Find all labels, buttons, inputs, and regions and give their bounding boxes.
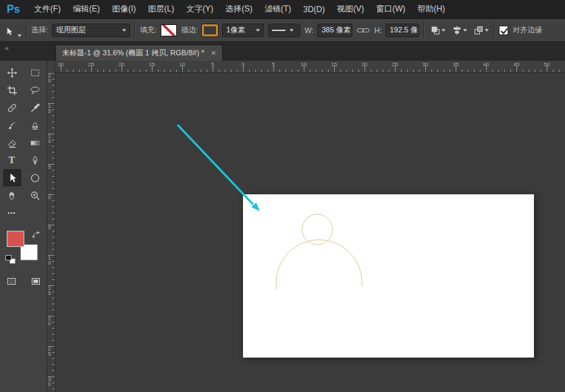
edit-toolbar-button[interactable]: ••• xyxy=(3,204,21,221)
eraser-tool[interactable] xyxy=(3,134,21,151)
ruler-label: 40 xyxy=(483,61,489,67)
ruler-corner[interactable] xyxy=(47,61,55,73)
menu-bar: Ps 文件(F) 编辑(E) 图像(I) 图层(L) 文字(Y) 选择(S) 滤… xyxy=(0,0,565,19)
line-style-icon xyxy=(272,30,286,31)
ruler-label: 50 xyxy=(544,61,550,67)
ruler-label: 0 xyxy=(48,195,53,200)
menu-item-view[interactable]: 视图(V) xyxy=(331,0,370,18)
menu-item-edit[interactable]: 编辑(E) xyxy=(67,0,106,18)
menu-item-3d[interactable]: 3D(D) xyxy=(297,0,331,18)
menu-item-image[interactable]: 图像(I) xyxy=(106,0,142,18)
collapse-toolbar-chevrons-icon[interactable]: « xyxy=(5,44,8,52)
stroke-color-swatch[interactable] xyxy=(202,24,218,36)
document-tab[interactable]: 未标题-1 @ 31.6% (椭圆 1 拷贝, RGB/8#) * × xyxy=(55,45,223,61)
ruler-label: 20 xyxy=(119,61,125,67)
clone-stamp-tool[interactable] xyxy=(26,117,44,134)
chevron-down-icon xyxy=(290,29,294,32)
ruler-label: 15 xyxy=(149,61,155,67)
height-label: H: xyxy=(374,26,381,34)
path-arrange-icon xyxy=(473,25,484,36)
ruler-label: 30 xyxy=(58,61,64,67)
stroke-width-value: 1像素 xyxy=(226,25,252,35)
eraser-tool-icon xyxy=(7,138,18,148)
screen-mode-button[interactable] xyxy=(27,273,45,289)
divider xyxy=(493,22,495,38)
options-bar: 选择: 现用图层 填充: 描边: 1像素 W: 385 像素 H: 192.5 … xyxy=(0,19,565,42)
path-arrange-button[interactable] xyxy=(472,22,489,38)
move-tool[interactable] xyxy=(3,64,21,81)
vertical-ruler[interactable]: 20 15 10 5 0 5 10 15 20 25 30 xyxy=(47,73,55,392)
crop-tool-icon xyxy=(7,85,18,96)
swap-colors-icon[interactable] xyxy=(32,229,41,242)
document-tab-title: 未标题-1 @ 31.6% (椭圆 1 拷贝, RGB/8#) * xyxy=(62,48,204,58)
pen-tool[interactable] xyxy=(26,152,44,169)
quick-mask-mode-button[interactable] xyxy=(3,273,20,289)
close-tab-icon[interactable]: × xyxy=(211,49,216,57)
menu-item-file[interactable]: 文件(F) xyxy=(28,0,67,18)
menu-item-type[interactable]: 文字(Y) xyxy=(180,0,219,18)
gradient-tool[interactable] xyxy=(26,134,44,151)
fill-color-swatch[interactable] xyxy=(161,24,177,36)
tools-grid: T xyxy=(0,61,47,221)
ellipse-tool-icon xyxy=(30,173,41,184)
lasso-tool-icon xyxy=(30,85,41,96)
rectangular-marquee-tool[interactable] xyxy=(26,64,44,81)
divider xyxy=(423,22,425,38)
horizontal-ruler[interactable]: 30 25 20 15 10 5 0 5 10 15 20 25 30 35 4… xyxy=(55,61,565,73)
ruler-label: 25 xyxy=(392,61,398,67)
quick-mask-icon xyxy=(6,276,17,287)
tab-bar: « 未标题-1 @ 31.6% (椭圆 1 拷贝, RGB/8#) * × xyxy=(0,42,565,61)
document-canvas[interactable] xyxy=(243,194,534,358)
chevron-down-icon xyxy=(256,29,260,32)
tools-panel: T xyxy=(0,61,47,392)
default-colors-icon[interactable] xyxy=(5,255,16,264)
shape-height-value: 192.5 像素 xyxy=(389,25,419,35)
brush-tool[interactable] xyxy=(3,117,21,134)
stroke-width-dropdown[interactable]: 1像素 xyxy=(222,24,264,37)
pen-tool-icon xyxy=(30,155,41,166)
ellipse-tool[interactable] xyxy=(26,169,44,186)
path-selection-tool-icon xyxy=(4,26,14,37)
zoom-tool[interactable] xyxy=(26,187,44,204)
eyedropper-tool[interactable] xyxy=(26,99,44,116)
menu-item-window[interactable]: 窗口(W) xyxy=(370,0,411,18)
toolbar-spacer xyxy=(26,204,44,221)
path-operations-button[interactable] xyxy=(429,22,446,38)
shape-width-field[interactable]: 385 像素 xyxy=(317,24,352,37)
more-tools-icon: ••• xyxy=(7,210,16,217)
stroke-style-dropdown[interactable] xyxy=(268,24,300,37)
canvas-area[interactable] xyxy=(55,73,565,392)
ruler-label: 25 xyxy=(88,61,95,67)
divider xyxy=(26,22,27,38)
ruler-label: 10 xyxy=(48,134,53,144)
spot-healing-brush-tool[interactable] xyxy=(3,99,21,116)
lasso-tool[interactable] xyxy=(26,82,44,99)
link-wh-icon[interactable] xyxy=(356,26,370,34)
menu-item-layer[interactable]: 图层(L) xyxy=(142,0,180,18)
ruler-label: 20 xyxy=(362,61,368,67)
path-selection-tool[interactable] xyxy=(3,169,21,186)
color-control xyxy=(4,229,43,264)
menu-item-select[interactable]: 选择(S) xyxy=(219,0,259,18)
type-tool[interactable]: T xyxy=(3,152,21,169)
path-alignment-button[interactable] xyxy=(450,22,468,38)
ruler-label: 0 xyxy=(242,61,244,67)
default-foreground-mini-swatch xyxy=(5,255,11,260)
chevron-down-icon xyxy=(18,34,22,37)
shape-height-field[interactable]: 192.5 像素 xyxy=(385,24,419,37)
tool-preset-picker[interactable] xyxy=(4,22,22,38)
menu-item-help[interactable]: 帮助(H) xyxy=(412,0,452,18)
ruler-label: 30 xyxy=(48,377,53,387)
ruler-label: 15 xyxy=(48,104,53,113)
path-alignment-icon xyxy=(452,25,462,36)
align-edges-checkbox[interactable] xyxy=(499,26,508,35)
hand-tool[interactable] xyxy=(3,187,21,204)
ruler-label: 10 xyxy=(301,61,307,67)
ruler-label: 5 xyxy=(211,61,214,67)
crop-tool[interactable] xyxy=(3,82,21,99)
align-edges-label: 对齐边缘 xyxy=(512,25,542,35)
ruler-label: 15 xyxy=(48,286,53,296)
menu-item-filter[interactable]: 滤镜(T) xyxy=(259,0,297,18)
select-mode-dropdown[interactable]: 现用图层 xyxy=(52,24,130,37)
foreground-color-swatch[interactable] xyxy=(7,231,24,247)
